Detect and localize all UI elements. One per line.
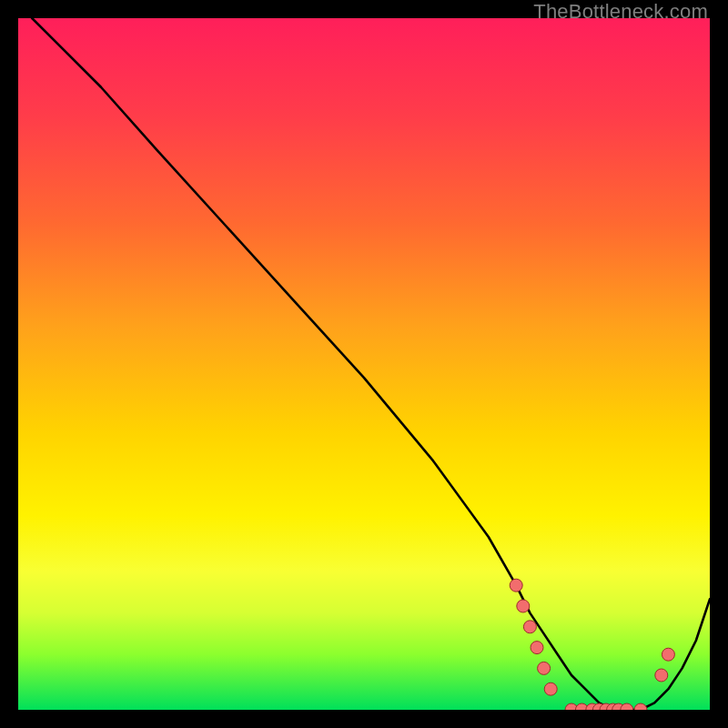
- plot-area: [18, 18, 710, 710]
- chart-stage: TheBottleneck.com: [0, 0, 728, 728]
- bottleneck-curve: [32, 18, 710, 710]
- curve-marker: [655, 669, 668, 682]
- curve-markers: [510, 579, 674, 710]
- chart-svg: [18, 18, 710, 710]
- curve-marker: [531, 642, 543, 654]
- curve-marker: [634, 703, 647, 710]
- curve-marker: [523, 621, 536, 633]
- curve-marker: [662, 648, 674, 661]
- curve-marker: [510, 579, 522, 592]
- curve-marker: [538, 662, 551, 674]
- curve-marker: [517, 600, 530, 612]
- watermark-text: TheBottleneck.com: [533, 0, 708, 24]
- curve-marker: [544, 682, 557, 695]
